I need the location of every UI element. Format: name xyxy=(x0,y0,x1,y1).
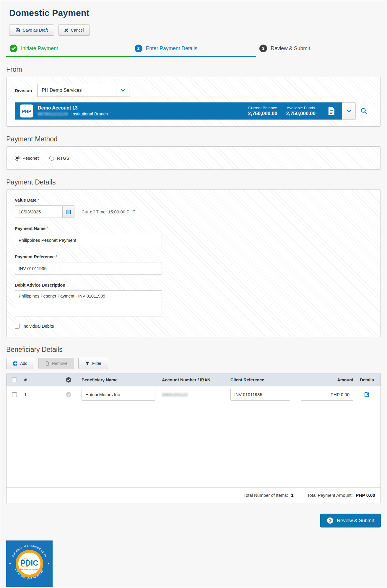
debit-advice-label: Debit Advice Description xyxy=(15,283,65,288)
account-expand-chevron[interactable] xyxy=(342,102,356,120)
total-amount-value: PHP 0.00 xyxy=(356,493,375,498)
page-title: Domestic Payment xyxy=(9,8,381,18)
column-account-number: Account Number / IBAN xyxy=(162,378,230,382)
total-items-label: Total Number of Items: xyxy=(243,493,288,498)
step-review-submit[interactable]: 3 Review & Submit xyxy=(256,45,381,57)
table-empty-area xyxy=(6,403,381,487)
review-submit-label: Review & Submit xyxy=(337,518,374,523)
calendar-icon[interactable] xyxy=(63,205,74,218)
chevron-down-icon[interactable] xyxy=(116,84,129,97)
division-select[interactable]: PH Demo Services xyxy=(37,84,129,97)
column-index: # xyxy=(24,378,56,382)
current-balance-label: Current Balance xyxy=(248,106,277,110)
row-index: 1 xyxy=(24,392,56,397)
account-branch: Institutional Branch xyxy=(71,111,108,117)
edit-details-icon[interactable] xyxy=(364,391,370,398)
remove-label: Remove xyxy=(52,361,67,366)
filter-funnel-icon xyxy=(85,361,90,366)
check-circle-icon xyxy=(10,45,17,52)
payment-method-panel: Pesonet RTGS xyxy=(6,146,381,170)
add-label: Add xyxy=(20,361,27,366)
value-date-input[interactable] xyxy=(15,205,63,218)
filter-label: Filter xyxy=(92,361,101,366)
account-card[interactable]: PHP Demo Account 13 8879011211123 Instit… xyxy=(15,102,372,120)
step-number-badge: 2 xyxy=(135,45,142,52)
toolbar: Save as Draft Cancel xyxy=(6,24,381,36)
radio-label: RTGS xyxy=(57,156,69,161)
save-as-draft-button[interactable]: Save as Draft xyxy=(9,24,54,36)
table-totals-row: Total Number of Items: 1 Total Payment A… xyxy=(6,487,381,503)
row-approved-icon xyxy=(56,392,82,397)
value-date-label: Value Date xyxy=(15,198,36,202)
payment-name-input[interactable] xyxy=(15,234,162,246)
save-as-draft-label: Save as Draft xyxy=(23,28,48,32)
beneficiary-name-input[interactable] xyxy=(82,389,155,401)
account-name: Demo Account 13 xyxy=(38,105,108,111)
radio-option-rtgs[interactable]: RTGS xyxy=(49,156,69,161)
cancel-label: Cancel xyxy=(71,28,84,32)
pdic-name: PDIC xyxy=(21,559,38,567)
payment-method-heading: Payment Method xyxy=(6,135,381,143)
radio-option-pesonet[interactable]: Pesonet xyxy=(15,156,39,161)
account-search-icon[interactable] xyxy=(356,102,372,120)
column-details: Details xyxy=(353,378,381,382)
currency-badge: PHP xyxy=(20,104,33,117)
from-heading: From xyxy=(6,66,381,74)
beneficiary-row: 1 33831201122 xyxy=(6,386,381,403)
step-label: Review & Submit xyxy=(271,45,310,52)
payment-reference-label: Payment Reference xyxy=(15,254,55,259)
beneficiary-details-heading: Beneficiary Details xyxy=(6,346,381,354)
review-submit-button[interactable]: Review & Submit xyxy=(320,514,381,527)
trash-icon xyxy=(45,361,49,366)
step-label: Initiate Payment xyxy=(21,45,58,52)
column-beneficiary-name: Beneficiary Name xyxy=(82,378,162,382)
beneficiary-table: # Beneficiary Name Account Number / IBAN… xyxy=(6,373,381,503)
required-marker: * xyxy=(56,254,57,259)
total-amount-label: Total Payment Amount: xyxy=(307,493,353,498)
arrow-circle-right-icon xyxy=(327,517,333,524)
filter-button[interactable]: Filter xyxy=(78,358,108,369)
current-balance-value: 2,750,000.00 xyxy=(248,111,277,117)
account-number: 8879011211123 xyxy=(38,111,68,117)
required-marker: * xyxy=(47,226,48,231)
step-indicator: Initiate Payment 2 Enter Payment Details… xyxy=(6,45,381,57)
column-amount: Amount xyxy=(296,378,353,382)
step-label: Enter Payment Details xyxy=(146,45,197,52)
radio-unselected-icon[interactable] xyxy=(49,156,54,161)
save-icon xyxy=(15,28,20,32)
payment-details-panel: Value Date* Cut-off Time: 15:00:00 PHT P… xyxy=(6,190,381,337)
debit-advice-textarea[interactable]: Philippines Pesonet Payment - INV 010119… xyxy=(15,290,162,316)
cancel-button[interactable]: Cancel xyxy=(58,24,90,36)
from-panel: Division PH Demo Services PHP Demo Accou… xyxy=(6,77,381,127)
available-funds-value: 2,750,000.00 xyxy=(286,111,316,117)
radio-selected-icon[interactable] xyxy=(15,156,19,161)
add-beneficiary-button[interactable]: Add xyxy=(6,358,34,369)
beneficiary-actions: Add Remove Filter xyxy=(6,358,381,369)
table-header-row: # Beneficiary Name Account Number / IBAN… xyxy=(6,373,381,386)
row-account-number: 33831201122 xyxy=(162,392,188,397)
amount-input[interactable] xyxy=(301,389,353,401)
pdic-logo: Deposits are insured up to P1 Million pe… xyxy=(6,540,381,587)
available-funds-label: Available Funds xyxy=(286,106,316,110)
pdic-tagline: Bank deposit mo, protektado! xyxy=(20,568,39,570)
cutoff-time-text: Cut-off Time: 15:00:00 PHT xyxy=(82,209,135,214)
approved-column-icon xyxy=(56,377,82,383)
row-checkbox[interactable] xyxy=(12,392,17,397)
division-label: Division xyxy=(15,88,32,93)
close-icon xyxy=(64,28,68,32)
division-selected-value: PH Demo Services xyxy=(38,84,116,97)
individual-debits-checkbox[interactable] xyxy=(15,324,19,329)
statement-document-icon[interactable] xyxy=(328,107,335,115)
payment-reference-input[interactable] xyxy=(15,262,162,275)
total-items-value: 1 xyxy=(291,493,294,498)
client-reference-input[interactable] xyxy=(230,389,290,401)
column-client-reference: Client Reference xyxy=(230,378,296,382)
remove-beneficiary-button[interactable]: Remove xyxy=(38,358,74,369)
required-marker: * xyxy=(38,198,39,202)
select-all-checkbox[interactable] xyxy=(12,378,17,382)
step-enter-payment-details[interactable]: 2 Enter Payment Details xyxy=(131,45,256,57)
payment-name-label: Payment Name xyxy=(15,226,45,231)
step-initiate-payment[interactable]: Initiate Payment xyxy=(6,45,131,57)
step-number-badge: 3 xyxy=(259,45,267,52)
add-plus-icon xyxy=(13,361,17,366)
